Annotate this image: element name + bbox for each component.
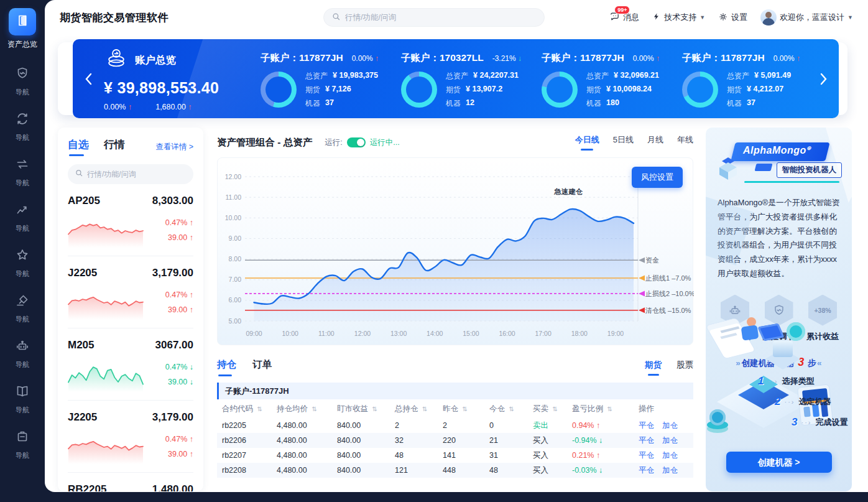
svg-text:12.00: 12.00	[225, 173, 241, 180]
tab-orders[interactable]: 订单	[252, 358, 272, 376]
stat-row: 期货¥ 13,907.2	[446, 85, 519, 95]
sidebar-item-nav-1[interactable]: 导航	[0, 58, 45, 104]
change-value: 39.00 ↓	[165, 378, 193, 386]
stat-value: ¥ 32,0969.21	[614, 71, 659, 81]
robot-icon	[15, 338, 30, 356]
svg-text:14:00: 14:00	[427, 330, 443, 337]
create-robot-button[interactable]: 创建机器 >	[726, 452, 832, 473]
watchlist-item[interactable]: J22053,179.000.47% ↑39.00 ↑	[68, 401, 193, 473]
watchlist-item[interactable]: J22053,179.000.47% ↑39.00 ↑	[68, 256, 193, 328]
column-header-3[interactable]: 盯市收益 ⇅	[337, 404, 395, 414]
tab-timeframe-2[interactable]: 5日线	[613, 134, 634, 151]
stat-value: 180	[606, 98, 619, 109]
column-header-8[interactable]: 盈亏比例 ⇅	[572, 404, 639, 414]
sidebar-item-nav-2[interactable]: 导航	[0, 104, 45, 149]
settings-button[interactable]: 设置	[718, 12, 747, 24]
tab-market[interactable]: 行情	[104, 137, 125, 156]
tab-timeframe-1[interactable]: 今日线	[575, 134, 599, 151]
transfer-icon	[15, 157, 30, 174]
stat-label: 总资产	[586, 71, 609, 81]
stat-row: 机器180	[586, 98, 659, 109]
column-header-7[interactable]: 买卖 ⇅	[533, 404, 572, 414]
cell-profit: 840.00	[337, 436, 395, 445]
tab-positions[interactable]: 持仓	[217, 358, 236, 376]
cell-yday: 448	[443, 466, 489, 475]
sidebar-item-nav-4[interactable]: 导航	[0, 195, 45, 240]
cell-actions: 平仓加仓	[639, 465, 688, 476]
close-position-link[interactable]: 平仓	[639, 466, 654, 475]
dotted-arrow-icon: ··›	[801, 419, 811, 426]
banner-prev-button[interactable]	[79, 73, 98, 85]
up-arrow-icon: ↑	[375, 54, 379, 63]
cell-profit: 840.00	[337, 466, 395, 475]
tab-stocks[interactable]: 股票	[676, 360, 693, 376]
column-header-5[interactable]: 昨仓 ⇅	[443, 404, 489, 414]
column-header-4[interactable]: 总持仓 ⇅	[395, 404, 443, 414]
messages-button[interactable]: 99+ 消息	[609, 11, 639, 24]
svg-text:7.00: 7.00	[229, 276, 242, 283]
sidebar-item-assets-overview[interactable]	[9, 8, 36, 35]
add-position-link[interactable]: 加仓	[662, 436, 678, 445]
instrument-change: 0.47% ↑39.00 ↑	[165, 218, 193, 242]
sort-icon: ⇅	[312, 406, 316, 412]
add-position-link[interactable]: 加仓	[662, 466, 678, 475]
timeframe-tabs: 今日线5日线月线年线	[575, 134, 693, 151]
sidebar-item-nav-8[interactable]: 导航	[0, 376, 45, 422]
user-menu[interactable]: 欢迎你，蓝蓝设计 ▼	[760, 9, 853, 26]
sidebar-item-nav-6[interactable]: 导航	[0, 286, 45, 331]
watchlist-item[interactable]: AP2058,303.000.47% ↑39.00 ↑	[68, 184, 193, 256]
close-position-link[interactable]: 平仓	[639, 436, 654, 445]
watchlist-search-input[interactable]	[87, 170, 187, 179]
close-position-link[interactable]: 平仓	[639, 421, 654, 430]
watchlist-search[interactable]	[68, 164, 193, 184]
cell-yday: 220	[443, 436, 489, 445]
book-icon	[15, 384, 30, 401]
cell-profit: 840.00	[337, 451, 395, 460]
sidebar-item-nav-7[interactable]: 导航	[0, 331, 45, 376]
add-position-link[interactable]: 加仓	[662, 451, 678, 460]
subaccount-card[interactable]: 子账户：117877JH0.00% ↑总资产¥ 32,0969.21期货¥ 10…	[533, 49, 673, 109]
search-input[interactable]	[345, 13, 537, 22]
column-header-1[interactable]: 合约代码 ⇅	[222, 404, 277, 414]
view-details-link[interactable]: 查看详情 >	[155, 142, 193, 152]
subaccount-card[interactable]: 子账户：170327LL-3.21% ↓总资产¥ 24,2207.31期货¥ 1…	[392, 49, 533, 109]
tab-timeframe-4[interactable]: 年线	[677, 134, 693, 151]
stat-label: 机器	[727, 98, 742, 109]
stat-value: 37	[747, 98, 755, 109]
column-header-6[interactable]: 今仓 ⇅	[489, 404, 533, 414]
svg-text:19:00: 19:00	[607, 330, 624, 337]
sidebar-item-nav-3[interactable]: 导航	[0, 149, 45, 195]
stat-label: 总资产	[727, 71, 749, 81]
change-pct: 0.47% ↓	[165, 363, 193, 371]
sidebar-item-nav-9[interactable]: 导航	[0, 422, 45, 467]
instrument-price: 3067.00	[155, 339, 193, 351]
overview-pct: 0.00% ↑	[104, 103, 132, 111]
chevrons-right-icon: »	[736, 358, 739, 368]
subaccount-card[interactable]: 子账户：117877JH0.00% ↑总资产¥ 5,091.49期货¥ 4,21…	[673, 49, 814, 109]
watchlist-item[interactable]: M2053067.000.47% ↓39.00 ↓	[68, 328, 193, 401]
column-header-2[interactable]: 持仓均价 ⇅	[277, 404, 337, 414]
global-search[interactable]	[323, 8, 545, 27]
tech-support-menu[interactable]: 技术支持 ▼	[652, 12, 705, 23]
stat-label: 机器	[305, 98, 320, 109]
cell-ratio: 0.94% ↑	[572, 421, 639, 430]
tab-watchlist[interactable]: 自选	[68, 137, 89, 156]
bolt-icon	[652, 12, 661, 23]
tab-timeframe-3[interactable]: 月线	[647, 134, 663, 151]
svg-text:止损线2 –10.0%: 止损线2 –10.0%	[645, 290, 694, 297]
tab-futures[interactable]: 期货	[645, 360, 662, 376]
close-position-link[interactable]: 平仓	[639, 451, 654, 460]
cell-ratio: 0.21% ↑	[572, 451, 639, 460]
app-title: 期货智能交易管理软件	[60, 11, 169, 25]
run-toggle[interactable]	[347, 137, 366, 147]
risk-settings-button[interactable]: 风控设置	[632, 167, 683, 188]
promo-step-3: 3··›完成设置	[792, 416, 847, 429]
plus38-badge: +38%	[808, 295, 837, 326]
banner-next-button[interactable]	[814, 73, 833, 85]
sidebar-item-nav-5[interactable]: 导航	[0, 240, 45, 286]
watchlist-item[interactable]: RB22051,480.000.47% ↑39.00 ↑	[68, 473, 193, 491]
cell-side: 买入	[533, 450, 572, 461]
subaccount-card[interactable]: 子账户：117877JH0.00% ↑总资产¥ 19,983,375期货¥ 7,…	[252, 49, 392, 109]
table-row: rb22064,480.00840.003222021买入-0.94% ↓平仓加…	[217, 433, 693, 448]
add-position-link[interactable]: 加仓	[662, 421, 678, 430]
